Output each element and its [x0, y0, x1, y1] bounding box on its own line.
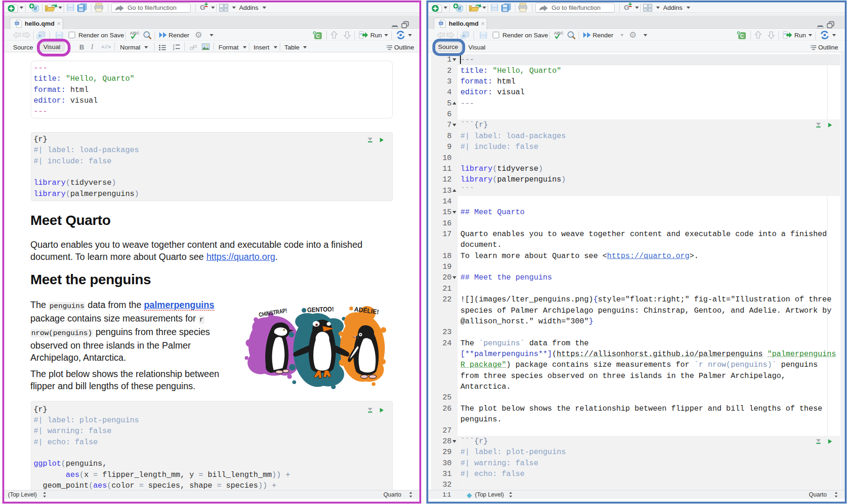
svg-text:G: G — [624, 3, 630, 11]
svg-text:G: G — [200, 3, 205, 11]
svg-text:2: 2 — [173, 47, 175, 50]
svg-text:GENTOO!: GENTOO! — [307, 305, 334, 314]
svg-text:C: C — [740, 33, 744, 39]
svg-text:1: 1 — [173, 44, 175, 47]
svg-text:C: C — [316, 33, 320, 39]
